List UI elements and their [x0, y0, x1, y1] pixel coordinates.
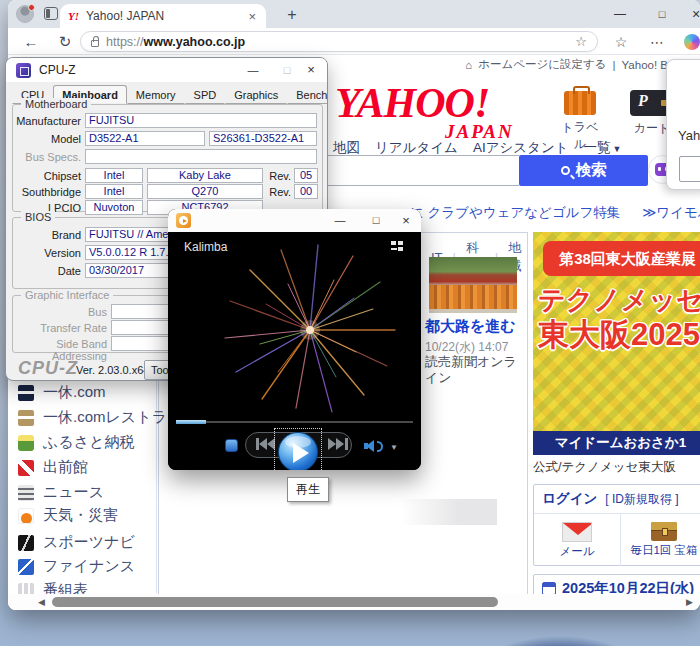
model-code-field: S26361-D3522-A1	[209, 131, 317, 146]
yahoo-logo[interactable]: YAHOO!	[335, 79, 489, 127]
wmp-close-button[interactable]: ×	[391, 209, 421, 232]
calendar-icon	[542, 582, 556, 595]
travel-suitcase-icon	[564, 91, 596, 115]
furusato-mountain-icon	[18, 435, 34, 451]
news-headline[interactable]: 都大路を進む	[425, 317, 516, 336]
finance-icon	[18, 559, 34, 575]
wmp-minimize-button[interactable]: —	[325, 209, 355, 232]
southbridge-vendor-field: Intel	[85, 184, 143, 199]
set-homepage-link[interactable]: ホームページに設定する	[478, 57, 606, 72]
wmp-maximize-button[interactable]: □	[361, 209, 391, 232]
cpuz-tab-graphics[interactable]: Graphics	[225, 85, 287, 104]
tab-favicon-icon: Y!	[68, 10, 79, 22]
tab-overview-icon[interactable]	[44, 7, 58, 20]
cpuz-minimize-button[interactable]: —	[236, 58, 270, 82]
play-button[interactable]	[278, 432, 318, 470]
copilot-icon[interactable]	[684, 34, 700, 50]
seek-bar[interactable]	[176, 421, 413, 423]
cpuz-version: Ver. 2.03.0.x64	[76, 364, 149, 376]
tab-title: Yahoo! JAPAN	[86, 9, 246, 23]
wmp-titlebar[interactable]: — □ ×	[168, 209, 421, 232]
sidebar-item-finance[interactable]: ファイナンス	[18, 557, 135, 576]
search-button[interactable]: 検索	[519, 155, 648, 186]
favorites-icon[interactable]: ☆	[610, 32, 632, 52]
southbridge-name-field: Q270	[147, 184, 263, 199]
scrollbar-thumb[interactable]	[52, 597, 498, 607]
back-button-icon[interactable]: ←	[20, 31, 42, 52]
sidebar-item-demaecan[interactable]: 出前館	[18, 458, 88, 477]
browser-tab-strip: Y! Yahoo! JAPAN × + — □ ×	[8, 0, 700, 28]
more-menu-icon[interactable]: ⋯	[646, 32, 668, 52]
sidebar-item-ikkyu-restaurant[interactable]: 一休.comレストラン	[18, 408, 182, 427]
news-icon	[18, 485, 34, 501]
bookmark-star-icon[interactable]: ☆	[575, 34, 587, 49]
browser-tab[interactable]: Y! Yahoo! JAPAN ×	[60, 4, 266, 28]
ad-banner[interactable]: 第38回東大阪産業展 テクノメッセ 東大阪2025 マイドームおおさか1	[533, 232, 700, 455]
lock-icon	[91, 40, 99, 47]
media-player-window: — □ ×	[168, 209, 421, 470]
desktop: Y! Yahoo! JAPAN × + — □ × ← ↻ https:// w…	[0, 0, 700, 646]
ad-line3: 東大阪2025	[538, 314, 700, 356]
chipset-rev-field: 05	[294, 168, 318, 183]
refresh-icon[interactable]: ↻	[54, 31, 76, 52]
address-bar[interactable]: https:// www.yahoo.co.jp ☆	[80, 31, 598, 52]
yahoo-bb-link[interactable]: Yahoo! B	[622, 59, 668, 71]
window-close-button[interactable]: ×	[676, 0, 700, 28]
news-thumbnail[interactable]	[429, 257, 517, 313]
tab-close-icon[interactable]: ×	[246, 9, 258, 24]
profile-avatar[interactable]	[16, 5, 34, 23]
cpuz-close-button[interactable]: ×	[294, 58, 328, 82]
treasure-chest-icon	[651, 522, 677, 541]
cpuz-titlebar[interactable]: CPU-Z — □ ×	[6, 58, 327, 82]
volume-caret-icon[interactable]: ▼	[390, 443, 398, 452]
southbridge-rev-field: 00	[294, 184, 318, 199]
ad-line2: テクノメッセ	[538, 282, 700, 318]
ikkyu-restaurant-icon	[18, 410, 34, 426]
volume-icon[interactable]	[364, 440, 384, 454]
chipset-vendor-field: Intel	[85, 168, 143, 183]
chipset-name-field: Kaby Lake	[147, 168, 263, 183]
scroll-left-icon[interactable]: ◀	[38, 597, 45, 607]
browser-toolbar: ← ↻ https:// www.yahoo.co.jp ☆ ☆ ⋯	[8, 28, 700, 55]
cpuz-tab-bench[interactable]: Bench	[287, 85, 328, 104]
ad-bottom-band: マイドームおおさか1	[533, 431, 700, 455]
cpuz-tab-memory[interactable]: Memory	[127, 85, 185, 104]
stop-button[interactable]	[225, 439, 238, 452]
mini-view-icon[interactable]	[391, 241, 407, 252]
sidebar-item-ikkyu[interactable]: 一休.com	[18, 383, 106, 402]
sidebar-item-news[interactable]: ニュース	[18, 483, 104, 502]
sidebar-item-sportsnavi[interactable]: スポーツナビ	[18, 533, 135, 552]
wmp-app-icon	[176, 213, 191, 228]
sidebar-item-furusato[interactable]: ふるさと納税	[18, 433, 134, 452]
login-box: ログイン [ ID新規取得 ] メール 毎日1回 宝箱	[533, 484, 700, 566]
mail-shortcut[interactable]: メール	[534, 514, 620, 566]
window-minimize-button[interactable]: —	[600, 0, 640, 28]
scroll-right-icon[interactable]: ▶	[686, 597, 693, 607]
popup-input[interactable]	[679, 156, 700, 182]
sidebar-item-weather[interactable]: 天気・災害	[18, 506, 118, 525]
login-popup: Yaho	[666, 59, 700, 190]
register-id-link[interactable]: [ ID新規取得 ]	[605, 491, 678, 508]
next-button[interactable]	[328, 438, 350, 452]
lpcio-vendor-field: Nuvoton	[85, 200, 143, 215]
seek-bar-progress	[176, 420, 206, 424]
new-tab-button[interactable]: +	[280, 4, 304, 26]
model-field: D3522-A1	[85, 131, 205, 146]
cpuz-tab-spd[interactable]: SPD	[185, 85, 226, 104]
topbar-separator: |	[613, 59, 616, 71]
search-icon	[561, 166, 570, 175]
topics-ymobile-link[interactable]: ≫ワイモバイルお	[642, 205, 700, 220]
track-title: Kalimba	[184, 240, 227, 254]
manufacturer-field: FUJITSU	[85, 113, 317, 128]
ikkyu-icon	[18, 385, 34, 401]
popup-text: Yaho	[678, 128, 700, 143]
topics-golf-link[interactable]: に クラブやウェアなどゴルフ特集	[410, 205, 620, 220]
right-column: 第38回東大阪産業展 テクノメッセ 東大阪2025 マイドームおおさか1 公式/…	[533, 232, 700, 602]
login-title: ログイン	[542, 490, 597, 508]
horizontal-scrollbar[interactable]: ◀ ▶	[8, 594, 700, 610]
news-source: 読売新聞オンライン	[425, 354, 529, 386]
ad-caption-link[interactable]: 公式/テクノメッセ東大阪	[533, 459, 700, 476]
search-input[interactable]	[308, 155, 519, 186]
play-tooltip: 再生	[287, 477, 329, 502]
treasure-shortcut[interactable]: 毎日1回 宝箱	[620, 514, 700, 566]
